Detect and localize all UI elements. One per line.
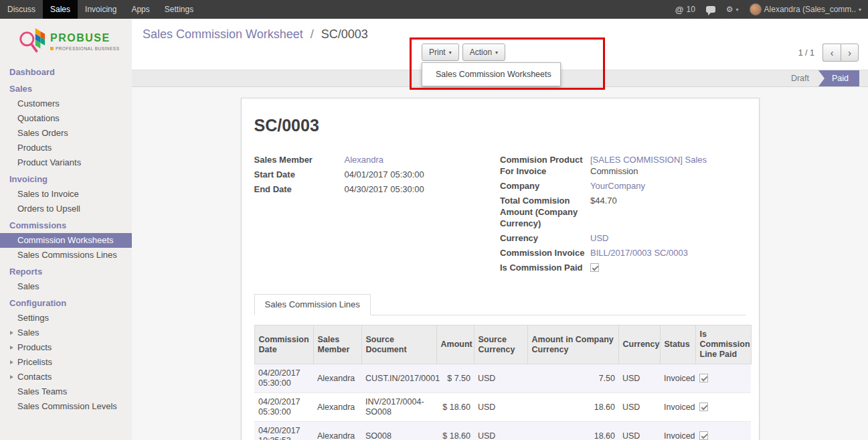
menu-settings[interactable]: Settings: [157, 0, 201, 19]
user-menu[interactable]: Alexandra (Sales_comm.. ▾: [750, 3, 861, 15]
cell-source-document: INV/2017/0004-SO008: [361, 393, 436, 422]
sidebar-item-customers[interactable]: Customers: [0, 96, 132, 111]
status-draft[interactable]: Draft: [782, 70, 818, 86]
form-sheet: SC/0003 Sales Member Alexandra Start Dat…: [241, 98, 760, 440]
cell-commission-date: 04/20/2017 05:30:00: [254, 393, 313, 422]
pager-next-button[interactable]: ›: [841, 44, 859, 62]
sidebar-item-sales-teams[interactable]: Sales Teams: [0, 384, 132, 399]
sidebar: PROBUSE PROFESSIONAL BUSINESS Dashboard …: [0, 19, 132, 440]
pager-value: 1 / 1: [798, 48, 814, 58]
cell-line-paid: [695, 422, 751, 440]
tab-sales-commission-lines[interactable]: Sales Commission Lines: [254, 294, 371, 315]
cell-currency: USD: [618, 364, 660, 393]
print-dropdown-menu: Sales Commission Worksheets: [422, 62, 561, 86]
cell-source-currency: USD: [474, 422, 527, 440]
gear-icon: ⚙: [726, 5, 733, 14]
column-header-sales-member: Sales Member: [313, 325, 361, 364]
sidebar-item-config-sales[interactable]: Sales: [0, 325, 132, 340]
sidebar-item-config-products[interactable]: Products: [0, 340, 132, 355]
sidebar-item-products[interactable]: Products: [0, 141, 132, 155]
settings-systray-button[interactable]: ⚙ ▾: [726, 5, 739, 14]
sidebar-section-invoicing[interactable]: Invoicing: [0, 170, 132, 187]
menu-discuss[interactable]: Discuss: [0, 0, 43, 19]
caret-down-icon: ▾: [859, 7, 861, 13]
cell-amount: $ 18.60: [436, 422, 474, 440]
cell-sales-member: Alexandra: [313, 393, 361, 422]
sidebar-item-sales-commission-levels[interactable]: Sales Commission Levels: [0, 399, 132, 414]
cell-commission-date: 04/20/2017 05:30:00: [254, 364, 313, 393]
caret-down-icon: ▾: [495, 50, 498, 56]
field-total-commission-amount: Total Commision Amount (Company Currency…: [500, 195, 746, 229]
pager-previous-button[interactable]: ‹: [822, 44, 841, 62]
field-start-date: Start Date 04/01/2017 05:30:00: [254, 169, 501, 180]
field-groups: Sales Member Alexandra Start Date 04/01/…: [254, 154, 746, 277]
sidebar-item-sales-orders[interactable]: Sales Orders: [0, 126, 132, 141]
field-sales-member: Sales Member Alexandra: [254, 154, 501, 165]
field-is-commission-paid: Is Commission Paid: [500, 262, 746, 273]
status-paid[interactable]: Paid: [818, 70, 859, 86]
left-field-group: Sales Member Alexandra Start Date 04/01/…: [254, 154, 501, 277]
sidebar-item-product-variants[interactable]: Product Variants: [0, 155, 132, 170]
sidebar-section-configuration[interactable]: Configuration: [0, 294, 132, 311]
mentions-button[interactable]: @ 10: [675, 5, 695, 15]
sidebar-item-config-pricelists[interactable]: Pricelists: [0, 355, 132, 370]
field-label: Total Commision Amount (Company Currency…: [500, 195, 590, 229]
column-header-currency: Currency: [618, 325, 660, 364]
chat-bubble-icon: [706, 6, 715, 13]
sidebar-item-settings[interactable]: Settings: [0, 311, 132, 325]
sidebar-item-sales-commissions-lines[interactable]: Sales Commissions Lines: [0, 248, 132, 263]
messages-button[interactable]: [706, 6, 715, 13]
sidebar-section-dashboard[interactable]: Dashboard: [0, 63, 132, 80]
column-header-amount: Amount: [436, 325, 474, 364]
field-label: Commission Invoice: [500, 247, 590, 259]
table-row[interactable]: 04/20/2017 05:30:00 Alexandra INV/2017/0…: [254, 393, 751, 422]
company-link[interactable]: YourCompany: [590, 180, 645, 192]
cell-source-currency: USD: [474, 393, 527, 422]
sidebar-item-commission-worksheets[interactable]: Commission Worksheets: [0, 233, 132, 248]
mention-count: 10: [686, 5, 695, 14]
action-button[interactable]: Action ▾: [462, 44, 505, 61]
print-button[interactable]: Print ▾: [422, 44, 459, 61]
line-paid-checkbox: [699, 402, 708, 411]
sidebar-item-config-contacts[interactable]: Contacts: [0, 370, 132, 384]
commission-product-rest: Commission: [590, 165, 707, 177]
sales-member-link[interactable]: Alexandra: [345, 154, 384, 165]
menu-invoicing[interactable]: Invoicing: [78, 0, 124, 19]
sidebar-menu: Dashboard Sales Customers Quotations Sal…: [0, 63, 132, 414]
field-label: Sales Member: [254, 154, 345, 165]
field-label: Company: [500, 180, 590, 192]
cell-line-paid: [695, 364, 751, 393]
cell-line-paid: [695, 393, 751, 422]
breadcrumb-parent[interactable]: Sales Commission Worksheet: [143, 27, 303, 41]
commission-invoice-link[interactable]: BILL/2017/0003 SC/0003: [590, 247, 688, 259]
control-panel: Sales Commission Worksheet / SC/0003 Pri…: [132, 19, 868, 70]
cell-amount-company-currency: 18.60: [527, 393, 618, 422]
sidebar-item-reports-sales[interactable]: Sales: [0, 279, 132, 294]
dropdown-item-sales-commission-worksheets[interactable]: Sales Commission Worksheets: [422, 66, 560, 83]
sidebar-item-orders-to-upsell[interactable]: Orders to Upsell: [0, 202, 132, 216]
sidebar-section-commissions[interactable]: Commissions: [0, 216, 132, 233]
table-row[interactable]: 04/20/2017 05:30:00 Alexandra CUST.IN/20…: [254, 364, 751, 393]
column-header-amount-company-currency: Amount in Company Currency: [527, 325, 618, 364]
currency-link[interactable]: USD: [590, 232, 608, 244]
avatar: [750, 3, 762, 15]
sidebar-item-quotations[interactable]: Quotations: [0, 111, 132, 126]
table-row[interactable]: 04/20/2017 10:35:53 Alexandra SO008 $ 18…: [254, 422, 751, 440]
cell-status: Invoiced: [660, 422, 695, 440]
chevron-right-icon: ›: [848, 48, 851, 58]
breadcrumb-separator: /: [311, 27, 314, 41]
field-label: Is Commission Paid: [500, 262, 590, 273]
logo-title: PROBUSE: [50, 32, 120, 44]
pager-buttons: ‹ ›: [822, 44, 859, 62]
sidebar-section-sales[interactable]: Sales: [0, 80, 132, 96]
user-name: Alexandra (Sales_comm..: [764, 5, 856, 14]
column-header-commission-date: Commission Date: [254, 325, 313, 364]
statusbar: Draft Paid: [782, 70, 859, 86]
probuse-logo-icon: [17, 27, 46, 56]
sidebar-section-reports[interactable]: Reports: [0, 263, 132, 279]
menu-sales[interactable]: Sales: [43, 0, 78, 19]
table-header-row: Commission Date Sales Member Source Docu…: [254, 325, 751, 364]
commission-product-link[interactable]: [SALES COMMISSION] Sales: [590, 155, 707, 165]
menu-apps[interactable]: Apps: [124, 0, 157, 19]
sidebar-item-sales-to-invoice[interactable]: Sales to Invoice: [0, 187, 132, 202]
